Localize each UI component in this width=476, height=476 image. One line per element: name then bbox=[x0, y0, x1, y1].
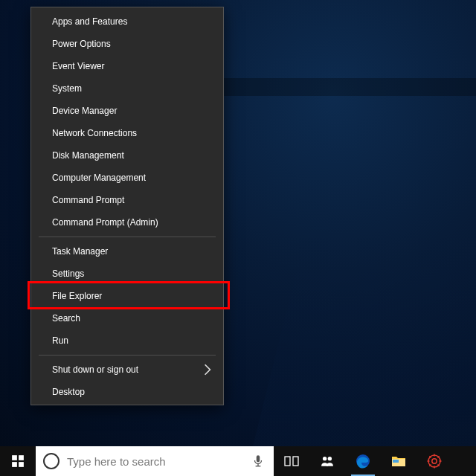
taskbar-pinned-app[interactable] bbox=[416, 446, 452, 476]
taskbar-pinned-edge[interactable] bbox=[345, 446, 381, 476]
menu-item-label: Desktop bbox=[52, 387, 85, 397]
menu-item-label: Apps and Features bbox=[52, 16, 127, 27]
menu-item-event-viewer[interactable]: Event Viewer bbox=[31, 55, 223, 77]
menu-item-label: Disk Management bbox=[52, 150, 124, 161]
menu-item-system[interactable]: System bbox=[31, 77, 223, 100]
svg-point-15 bbox=[432, 459, 437, 463]
desktop-background: Apps and Features Power Options Event Vi… bbox=[0, 0, 476, 476]
menu-item-label: System bbox=[52, 83, 82, 94]
taskbar-pinned-people[interactable] bbox=[309, 446, 345, 476]
start-button[interactable] bbox=[0, 446, 36, 476]
task-view-icon bbox=[283, 453, 300, 469]
svg-rect-2 bbox=[12, 462, 17, 467]
svg-rect-0 bbox=[12, 455, 17, 460]
menu-separator bbox=[39, 355, 216, 356]
menu-item-command-prompt-admin[interactable]: Command Prompt (Admin) bbox=[31, 211, 223, 234]
menu-item-label: Network Connections bbox=[52, 128, 137, 138]
gear-circle-icon bbox=[426, 453, 443, 469]
taskbar-pinned-file-explorer[interactable] bbox=[381, 446, 416, 476]
menu-separator bbox=[39, 237, 216, 237]
svg-rect-1 bbox=[19, 455, 24, 460]
menu-item-apps-and-features[interactable]: Apps and Features bbox=[31, 10, 223, 33]
menu-item-network-connections[interactable]: Network Connections bbox=[31, 122, 223, 144]
taskbar: Type here to search bbox=[0, 446, 476, 476]
menu-item-device-manager[interactable]: Device Manager bbox=[31, 100, 223, 122]
menu-item-label: Computer Management bbox=[52, 173, 146, 183]
menu-item-label: Event Viewer bbox=[52, 61, 104, 71]
menu-item-run[interactable]: Run bbox=[31, 329, 223, 352]
menu-item-label: Power Options bbox=[52, 39, 111, 49]
menu-item-settings[interactable]: Settings bbox=[31, 263, 223, 285]
chevron-right-icon bbox=[201, 363, 214, 376]
menu-item-power-options[interactable]: Power Options bbox=[31, 33, 223, 55]
svg-rect-13 bbox=[393, 460, 399, 463]
microphone-icon[interactable] bbox=[251, 454, 274, 468]
menu-item-label: Command Prompt bbox=[52, 195, 124, 205]
menu-item-label: Shut down or sign out bbox=[52, 364, 138, 375]
winx-context-menu: Apps and Features Power Options Event Vi… bbox=[30, 7, 224, 405]
search-placeholder-text: Type here to search bbox=[67, 455, 251, 468]
file-explorer-icon bbox=[390, 453, 407, 469]
svg-point-10 bbox=[328, 457, 332, 460]
menu-item-label: Command Prompt (Admin) bbox=[52, 217, 158, 228]
menu-item-task-manager[interactable]: Task Manager bbox=[31, 240, 223, 263]
people-icon bbox=[321, 454, 334, 468]
menu-item-desktop[interactable]: Desktop bbox=[31, 381, 223, 403]
menu-item-computer-management[interactable]: Computer Management bbox=[31, 167, 223, 189]
svg-rect-7 bbox=[285, 457, 290, 466]
menu-item-command-prompt[interactable]: Command Prompt bbox=[31, 189, 223, 211]
task-view-button[interactable] bbox=[274, 446, 309, 476]
menu-item-search[interactable]: Search bbox=[31, 307, 223, 329]
svg-rect-3 bbox=[19, 462, 24, 467]
menu-item-label: File Explorer bbox=[52, 291, 102, 301]
menu-item-file-explorer[interactable]: File Explorer bbox=[31, 285, 223, 307]
svg-point-9 bbox=[323, 457, 327, 460]
menu-item-label: Search bbox=[52, 313, 80, 324]
menu-item-label: Run bbox=[52, 335, 68, 346]
edge-browser-icon bbox=[355, 453, 371, 469]
svg-rect-8 bbox=[293, 457, 298, 466]
menu-item-label: Task Manager bbox=[52, 246, 108, 257]
svg-rect-4 bbox=[257, 455, 260, 462]
menu-item-disk-management[interactable]: Disk Management bbox=[31, 144, 223, 167]
menu-item-shutdown-signout[interactable]: Shut down or sign out bbox=[31, 358, 223, 381]
taskbar-search-box[interactable]: Type here to search bbox=[36, 446, 274, 476]
cortana-ring-icon bbox=[43, 453, 60, 469]
menu-item-label: Device Manager bbox=[52, 106, 117, 116]
windows-logo-icon bbox=[11, 454, 25, 468]
menu-item-label: Settings bbox=[52, 268, 84, 279]
